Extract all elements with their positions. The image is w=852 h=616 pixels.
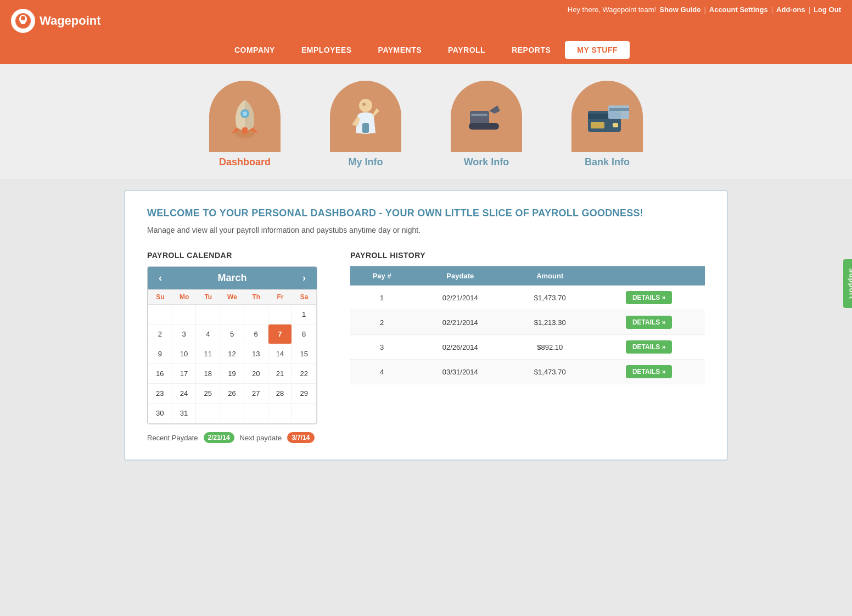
cal-cell[interactable]: 13 — [244, 344, 268, 364]
cal-cell[interactable]: 30 — [148, 404, 172, 423]
pay-num: 3 — [350, 335, 413, 360]
section-icon-0 — [209, 81, 281, 152]
cal-cell[interactable]: 18 — [196, 364, 220, 384]
cal-cell[interactable]: 4 — [196, 324, 220, 344]
svg-rect-17 — [613, 123, 618, 127]
cal-cell[interactable]: 28 — [268, 384, 293, 404]
next-month-button[interactable]: › — [299, 272, 309, 284]
paydate: 02/21/2014 — [413, 310, 507, 335]
cal-cell — [244, 404, 268, 423]
next-paydate-badge: 3/7/14 — [287, 432, 314, 443]
details-button[interactable]: DETAILS » — [626, 340, 672, 354]
nav-item-payments[interactable]: PAYMENTS — [366, 41, 434, 59]
cal-day-name: Tu — [196, 290, 220, 304]
svg-point-7 — [243, 111, 247, 116]
history-col-header-3 — [593, 266, 705, 285]
history-row: 102/21/2014$1,473.70DETAILS » — [350, 285, 705, 310]
nav-item-company[interactable]: COMPANY — [222, 41, 287, 59]
cal-cell[interactable]: 24 — [172, 384, 197, 404]
section-label: Dashboard — [219, 156, 271, 168]
section-icon-2 — [451, 81, 522, 152]
amount: $1,473.70 — [507, 360, 593, 384]
details-button[interactable]: DETAILS » — [626, 365, 672, 378]
prev-month-button[interactable]: ‹ — [155, 272, 165, 284]
cal-cell[interactable]: 1 — [292, 305, 316, 324]
cal-cell[interactable]: 6 — [244, 324, 268, 344]
paydate: 02/26/2014 — [413, 335, 507, 360]
cal-cell — [172, 305, 197, 324]
next-paydate-label: Next paydate — [240, 434, 282, 442]
cal-cell[interactable]: 27 — [244, 384, 268, 404]
section-item-bank-info[interactable]: Bank Info — [563, 81, 651, 168]
cal-cell[interactable]: 26 — [220, 384, 244, 404]
cal-cell[interactable]: 16 — [148, 364, 172, 384]
add-ons-link[interactable]: Add-ons — [776, 5, 805, 14]
logo-text: Wagepoint — [40, 14, 101, 28]
cal-cell[interactable]: 9 — [148, 344, 172, 364]
sections-row: DashboardMy InfoWork InfoBank Info — [0, 64, 852, 179]
history-col-header-2: Amount — [507, 266, 593, 285]
support-tab[interactable]: Support — [844, 259, 853, 308]
amount: $1,473.70 — [507, 285, 593, 310]
history-header-row: Pay #PaydateAmount — [350, 266, 705, 285]
welcome-sub: Manage and view all your payroll informa… — [147, 226, 705, 234]
section-item-my-info[interactable]: My Info — [322, 81, 410, 168]
cal-cell[interactable]: 22 — [292, 364, 316, 384]
details-button[interactable]: DETAILS » — [626, 316, 672, 329]
greeting-text: Hey there, Wagepoint team! — [568, 5, 656, 14]
history-col: PAYROLL HISTORY Pay #PaydateAmount 102/2… — [350, 251, 705, 384]
cal-cell[interactable]: 20 — [244, 364, 268, 384]
log-out-link[interactable]: Log Out — [814, 5, 841, 14]
cal-cell — [196, 305, 220, 324]
cal-cell — [220, 305, 244, 324]
details-button[interactable]: DETAILS » — [626, 291, 672, 304]
calendar-header: ‹ March › — [148, 267, 317, 289]
details-cell: DETAILS » — [593, 335, 705, 360]
cal-cell[interactable]: 2 — [148, 324, 172, 344]
account-settings-link[interactable]: Account Settings — [709, 5, 768, 14]
cal-cell[interactable]: 7 — [268, 324, 293, 344]
pay-num: 1 — [350, 285, 413, 310]
cal-cell[interactable]: 11 — [196, 344, 220, 364]
amount: $1,213.30 — [507, 310, 593, 335]
history-table-body: 102/21/2014$1,473.70DETAILS »202/21/2014… — [350, 285, 705, 384]
nav-item-my-stuff[interactable]: MY STUFF — [565, 41, 630, 59]
cal-cell[interactable]: 19 — [220, 364, 244, 384]
history-col-header-0: Pay # — [350, 266, 413, 285]
cal-cell — [268, 404, 293, 423]
cal-cell[interactable]: 29 — [292, 384, 316, 404]
cal-cell[interactable]: 15 — [292, 344, 316, 364]
top-bar: Wagepoint Hey there, Wagepoint team! Sho… — [0, 0, 852, 41]
history-row: 403/31/2014$1,473.70DETAILS » — [350, 360, 705, 384]
logo-icon — [11, 9, 35, 33]
cal-cell — [292, 404, 316, 423]
cal-cell[interactable]: 21 — [268, 364, 293, 384]
svg-rect-18 — [608, 105, 629, 119]
logo[interactable]: Wagepoint — [11, 9, 101, 33]
section-label: Bank Info — [585, 156, 630, 168]
show-guide-link[interactable]: Show Guide — [659, 5, 700, 14]
section-item-dashboard[interactable]: Dashboard — [201, 81, 289, 168]
calendar-days-header: SuMoTuWeThFrSa — [148, 290, 316, 305]
cal-cell[interactable]: 8 — [292, 324, 316, 344]
nav-item-reports[interactable]: REPORTS — [500, 41, 563, 59]
details-cell: DETAILS » — [593, 310, 705, 335]
cal-cell[interactable]: 17 — [172, 364, 197, 384]
payroll-history-table: Pay #PaydateAmount 102/21/2014$1,473.70D… — [350, 266, 705, 384]
nav-item-payroll[interactable]: PAYROLL — [436, 41, 497, 59]
cal-cell[interactable]: 14 — [268, 344, 293, 364]
cal-cell[interactable]: 12 — [220, 344, 244, 364]
cal-cell — [220, 404, 244, 423]
svg-rect-6 — [242, 127, 248, 134]
cal-cell[interactable]: 23 — [148, 384, 172, 404]
section-item-work-info[interactable]: Work Info — [442, 81, 530, 168]
calendar-body: 1234567891011121314151617181920212223242… — [148, 305, 316, 423]
history-col-header-1: Paydate — [413, 266, 507, 285]
cal-cell[interactable]: 31 — [172, 404, 197, 423]
nav-item-employees[interactable]: EMPLOYEES — [289, 41, 364, 59]
cal-cell[interactable]: 10 — [172, 344, 197, 364]
cal-cell[interactable]: 5 — [220, 324, 244, 344]
cal-cell[interactable]: 3 — [172, 324, 197, 344]
amount: $892.10 — [507, 335, 593, 360]
cal-cell[interactable]: 25 — [196, 384, 220, 404]
